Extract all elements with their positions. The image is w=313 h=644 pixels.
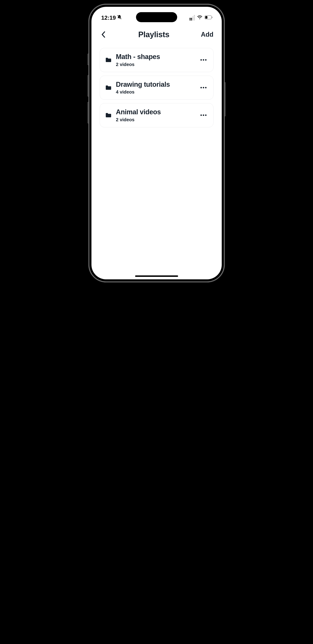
playlist-title: Drawing tutorials bbox=[116, 80, 195, 89]
dots-icon bbox=[200, 87, 202, 88]
playlist-subtitle: 4 videos bbox=[116, 89, 195, 95]
back-button[interactable] bbox=[100, 31, 107, 38]
playlist-item-animal-videos[interactable]: Animal videos 2 videos bbox=[100, 103, 213, 127]
playlist-title: Animal videos bbox=[116, 108, 195, 116]
status-left: 12:19 bbox=[101, 14, 122, 21]
playlist-title: Math - shapes bbox=[116, 53, 195, 61]
status-time: 12:19 bbox=[101, 14, 116, 21]
page-title: Playlists bbox=[138, 30, 169, 39]
wifi-icon bbox=[197, 15, 202, 20]
dynamic-island bbox=[136, 12, 177, 22]
dots-icon bbox=[200, 114, 202, 116]
power-button bbox=[225, 82, 226, 116]
playlist-info: Animal videos 2 videos bbox=[116, 108, 195, 122]
cellular-signal-icon bbox=[189, 15, 195, 20]
dots-icon bbox=[200, 59, 202, 61]
status-right bbox=[189, 15, 213, 20]
more-options-button[interactable] bbox=[199, 86, 208, 90]
phone-screen: 12:19 bbox=[92, 7, 222, 279]
battery-icon bbox=[205, 15, 213, 20]
playlist-item-drawing-tutorials[interactable]: Drawing tutorials 4 videos bbox=[100, 76, 213, 100]
svg-rect-3 bbox=[205, 16, 207, 18]
home-indicator[interactable] bbox=[135, 276, 178, 277]
more-options-button[interactable] bbox=[199, 113, 208, 117]
svg-rect-4 bbox=[212, 17, 212, 18]
volume-up-button bbox=[88, 75, 89, 96]
folder-icon bbox=[105, 57, 112, 62]
playlist-item-math-shapes[interactable]: Math - shapes 2 videos bbox=[100, 48, 213, 72]
chevron-left-icon bbox=[101, 31, 105, 38]
silent-switch bbox=[88, 54, 89, 65]
playlist-subtitle: 2 videos bbox=[116, 62, 195, 67]
folder-icon bbox=[105, 85, 112, 90]
playlist-info: Drawing tutorials 4 videos bbox=[116, 80, 195, 95]
playlist-info: Math - shapes 2 videos bbox=[116, 53, 195, 67]
playlist-list: Math - shapes 2 videos Drawing tutorials… bbox=[92, 44, 222, 134]
page-header: Playlists Add bbox=[92, 26, 222, 44]
phone-frame: 12:19 bbox=[88, 4, 225, 282]
silent-bell-icon bbox=[117, 14, 122, 21]
folder-icon bbox=[105, 112, 112, 118]
add-button[interactable]: Add bbox=[201, 31, 213, 38]
volume-down-button bbox=[88, 102, 89, 124]
more-options-button[interactable] bbox=[199, 58, 208, 62]
playlist-subtitle: 2 videos bbox=[116, 117, 195, 122]
